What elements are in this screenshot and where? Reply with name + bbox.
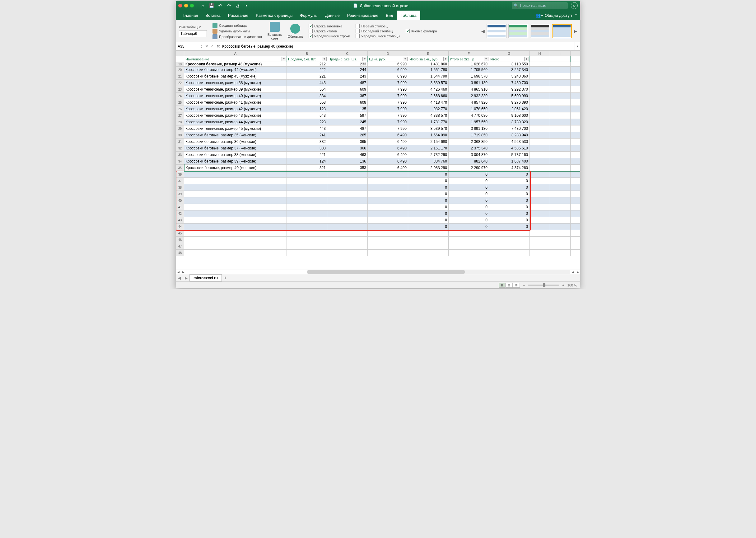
cell[interactable] <box>184 217 287 224</box>
cell[interactable]: 0 <box>408 191 449 197</box>
normal-view-button[interactable]: ▦ <box>499 283 505 288</box>
row-header[interactable]: 45 <box>176 230 184 237</box>
row-header[interactable]: 28 <box>176 119 184 126</box>
accept-formula-icon[interactable]: ✓ <box>210 44 214 49</box>
cell[interactable]: 135 <box>327 106 368 112</box>
cell[interactable] <box>184 237 287 243</box>
cell[interactable]: 0 <box>449 210 489 217</box>
cell[interactable]: 0 <box>489 210 530 217</box>
cell[interactable] <box>530 210 550 217</box>
cell[interactable] <box>327 197 368 204</box>
row-header[interactable]: 39 <box>176 191 184 197</box>
cell[interactable]: 1 957 550 <box>449 119 489 126</box>
cell[interactable] <box>184 224 287 230</box>
cell[interactable]: 244 <box>327 67 368 73</box>
cell[interactable]: 487 <box>327 80 368 86</box>
cell[interactable]: 0 <box>489 224 530 230</box>
cell[interactable]: 1 481 860 <box>408 62 449 67</box>
cell[interactable]: Кроссовки беговые, размер 43 (мужские) <box>184 62 287 67</box>
cell[interactable] <box>327 230 368 237</box>
cell[interactable]: 5 600 990 <box>489 93 530 99</box>
cell[interactable] <box>368 197 408 204</box>
cell[interactable] <box>571 106 581 112</box>
cell[interactable] <box>530 217 550 224</box>
cell[interactable] <box>530 191 550 197</box>
row-header[interactable]: 47 <box>176 243 184 250</box>
cell[interactable]: 7 990 <box>368 112 408 119</box>
ribbon-tab-7[interactable]: Вид <box>382 11 397 20</box>
insert-slicer-button[interactable]: Вставить срез <box>267 22 282 40</box>
cell[interactable]: 2 061 420 <box>489 106 530 112</box>
grid-scroll-area[interactable]: ABCDEFGHI Наименование▼Продано, 1кв. Шт.… <box>176 50 580 270</box>
remove-duplicates-button[interactable]: Удалить дубликаты <box>213 28 262 34</box>
filter-button-3[interactable]: ▼ <box>403 57 407 61</box>
cell[interactable] <box>287 171 327 178</box>
cell[interactable] <box>571 243 581 250</box>
cell[interactable] <box>530 62 550 67</box>
cell[interactable]: 0 <box>449 217 489 224</box>
cell[interactable] <box>530 99 550 106</box>
cell[interactable] <box>571 165 581 171</box>
cell[interactable]: 334 <box>287 93 327 99</box>
cell[interactable] <box>571 191 581 197</box>
cell[interactable]: 487 <box>327 126 368 132</box>
row-header[interactable]: 44 <box>176 224 184 230</box>
last-column-checkbox[interactable]: Последний столбец <box>355 29 400 33</box>
name-box[interactable]: A35 ▲▼ <box>176 42 203 50</box>
cell[interactable]: 3 004 870 <box>449 152 489 158</box>
row-header[interactable]: 38 <box>176 184 184 191</box>
cell[interactable] <box>368 210 408 217</box>
cell[interactable]: 0 <box>489 178 530 184</box>
horizontal-scrollbar[interactable] <box>307 270 570 274</box>
cell[interactable]: 0 <box>449 171 489 178</box>
cell[interactable] <box>550 62 571 67</box>
cell[interactable] <box>287 243 327 250</box>
cell[interactable] <box>571 210 581 217</box>
cell[interactable] <box>287 237 327 243</box>
cell[interactable]: 223 <box>287 119 327 126</box>
cell[interactable] <box>530 112 550 119</box>
cell[interactable] <box>287 230 327 237</box>
column-header-C[interactable]: C <box>327 51 368 56</box>
feedback-icon[interactable]: ☺ <box>571 2 578 9</box>
cell[interactable]: 0 <box>449 191 489 197</box>
cell[interactable]: Кроссовки беговые, размер 37 (женские) <box>184 145 287 152</box>
cell[interactable]: 6 490 <box>368 145 408 152</box>
cell[interactable] <box>368 224 408 230</box>
cell[interactable] <box>287 250 327 256</box>
cell[interactable]: 1 781 770 <box>408 119 449 126</box>
cell[interactable]: 4 418 470 <box>408 99 449 106</box>
row-header[interactable]: 19 <box>176 62 184 67</box>
row-header[interactable]: 30 <box>176 132 184 138</box>
sheet-prev-icon[interactable]: ◀ <box>176 276 183 280</box>
row-header[interactable]: 43 <box>176 217 184 224</box>
cell[interactable] <box>571 138 581 145</box>
cell[interactable] <box>449 243 489 250</box>
cell[interactable]: Кроссовки беговые, размер 36 (женские) <box>184 138 287 145</box>
ribbon-tab-4[interactable]: Формулы <box>296 11 321 20</box>
cell[interactable]: 3 257 340 <box>489 67 530 73</box>
cell[interactable] <box>571 197 581 204</box>
filter-button-2[interactable]: ▼ <box>362 57 367 61</box>
cell[interactable]: 365 <box>327 138 368 145</box>
cell[interactable]: 0 <box>408 217 449 224</box>
cell[interactable] <box>550 171 571 178</box>
cell[interactable] <box>550 132 571 138</box>
row-header[interactable]: 41 <box>176 204 184 210</box>
cell[interactable] <box>184 191 287 197</box>
cell[interactable] <box>571 217 581 224</box>
cell[interactable] <box>530 119 550 126</box>
expand-formula-bar-icon[interactable]: ▼ <box>575 42 580 50</box>
cell[interactable]: 4 536 510 <box>489 145 530 152</box>
cell[interactable] <box>550 230 571 237</box>
cell[interactable] <box>550 210 571 217</box>
cell[interactable] <box>571 73 581 80</box>
cell[interactable] <box>530 178 550 184</box>
cell[interactable] <box>368 250 408 256</box>
cell[interactable]: 7 990 <box>368 93 408 99</box>
table-style-2[interactable] <box>508 24 528 38</box>
cell[interactable] <box>327 184 368 191</box>
cell[interactable]: 2 290 970 <box>449 165 489 171</box>
cell[interactable] <box>530 237 550 243</box>
cell[interactable]: 0 <box>408 224 449 230</box>
